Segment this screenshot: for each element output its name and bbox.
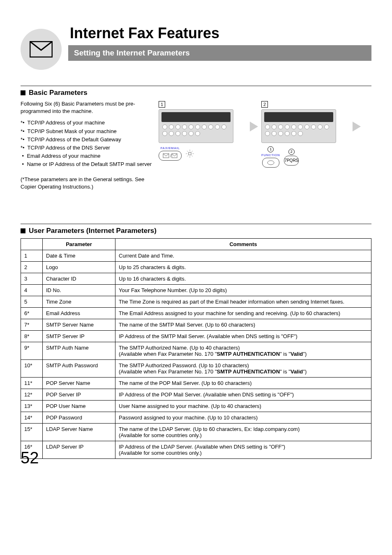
svg-line-10 bbox=[187, 151, 188, 152]
function-key-label: FUNCTION bbox=[261, 153, 280, 157]
svg-text:/: / bbox=[170, 154, 171, 158]
row-number: 3 bbox=[21, 273, 43, 284]
table-row: 16*LDAP Server IPIP Address of the LDAP … bbox=[21, 441, 371, 458]
blink-indicator-icon bbox=[186, 150, 194, 158]
row-parameter: Date & Time bbox=[43, 250, 115, 261]
row-parameter: SMTP Auth Name bbox=[43, 342, 115, 359]
row-comments: The SMTP Authorized Password. (Up to 10 … bbox=[115, 359, 371, 377]
table-row: 1Date & TimeCurrent Date and Time. bbox=[21, 250, 371, 261]
fax-email-key-label: FAX/EMAIL bbox=[160, 146, 180, 150]
col-header-comments: Comments bbox=[115, 238, 371, 250]
table-row: 10*SMTP Auth PasswordThe SMTP Authorized… bbox=[21, 359, 371, 377]
row-number: 10* bbox=[21, 359, 43, 377]
row-parameter: POP Server Name bbox=[43, 377, 115, 389]
row-number: 6* bbox=[21, 307, 43, 319]
basic-param-item: *• TCP/IP Address of your machine bbox=[21, 119, 152, 127]
row-comments: IP Address of the POP Mail Server. (Avai… bbox=[115, 389, 371, 400]
row-comments: The SMTP Authorized Name. (Up to 40 char… bbox=[115, 342, 371, 359]
table-row: 12*POP Server IPIP Address of the POP Ma… bbox=[21, 389, 371, 400]
circled-1: 1 bbox=[267, 146, 274, 152]
table-row: 14*POP PasswordPassword assigned to your… bbox=[21, 412, 371, 423]
table-row: 13*POP User NameUser Name assigned to yo… bbox=[21, 400, 371, 412]
table-row: 7*SMTP Server NameThe name of the SMTP M… bbox=[21, 319, 371, 330]
row-parameter: SMTP Auth Password bbox=[43, 359, 115, 377]
row-number: 5 bbox=[21, 296, 43, 307]
basic-param-item: *• TCP/IP Address of the DNS Server bbox=[21, 144, 152, 152]
row-number: 15* bbox=[21, 423, 43, 441]
row-comments: IP Address of the LDAP Server. (Availabl… bbox=[115, 441, 371, 458]
row-comments: Up to 25 characters & digits. bbox=[115, 261, 371, 273]
control-panel-illustration-2 bbox=[261, 109, 336, 143]
table-row: 8*SMTP Server IPIP Address of the SMTP M… bbox=[21, 330, 371, 342]
svg-rect-14 bbox=[189, 152, 191, 154]
page-subtitle: Setting the Internet Parameters bbox=[68, 45, 371, 61]
row-number: 13* bbox=[21, 400, 43, 412]
table-row: 15*LDAP Server NameThe name of the LDAP … bbox=[21, 423, 371, 441]
user-parameters-table: Parameter Comments 1Date & TimeCurrent D… bbox=[21, 238, 371, 459]
table-row: 9*SMTP Auth NameThe SMTP Authorized Name… bbox=[21, 342, 371, 359]
basic-param-item: *• TCP/IP Subnet Mask of your machine bbox=[21, 128, 152, 135]
row-parameter: Character ID bbox=[43, 273, 115, 284]
row-parameter: POP User Name bbox=[43, 400, 115, 412]
svg-line-3 bbox=[166, 154, 169, 156]
row-parameter: SMTP Server IP bbox=[43, 330, 115, 342]
arrow-right-icon bbox=[353, 122, 361, 131]
circled-2: 2 bbox=[288, 149, 295, 155]
basic-param-item: • Name or IP Address of the Default SMTP… bbox=[21, 161, 152, 168]
basic-param-item: • Email Address of your machine bbox=[21, 152, 152, 160]
row-parameter: ID No. bbox=[43, 284, 115, 296]
step-1-number: 1 bbox=[159, 101, 165, 108]
table-row: 11*POP Server NameThe name of the POP Ma… bbox=[21, 377, 371, 389]
table-row: 6*Email AddressThe Email Address assigne… bbox=[21, 307, 371, 319]
page-number: 52 bbox=[21, 449, 39, 467]
row-parameter: LDAP Server Name bbox=[43, 423, 115, 441]
row-number: 9* bbox=[21, 342, 43, 359]
row-number: 2 bbox=[21, 261, 43, 273]
row-number: 4 bbox=[21, 284, 43, 296]
svg-point-15 bbox=[267, 161, 274, 165]
basic-params-intro: Following Six (6) Basic Parameters must … bbox=[21, 100, 152, 115]
basic-params-note: (*These parameters are in the General se… bbox=[21, 176, 152, 191]
row-comments: Up to 16 characters & digits. bbox=[115, 273, 371, 284]
arrow-right-icon bbox=[250, 122, 258, 131]
row-parameter: Time Zone bbox=[43, 296, 115, 307]
mail-icon bbox=[21, 29, 62, 70]
row-parameter: LDAP Server IP bbox=[43, 441, 115, 458]
function-button[interactable] bbox=[262, 158, 279, 168]
page-title: Internet Fax Features bbox=[70, 25, 371, 42]
key-7-label: 7PQRS bbox=[284, 157, 298, 165]
row-comments: Your Fax Telephone Number. (Up to 20 dig… bbox=[115, 284, 371, 296]
section-user-params-title: User Parameters (Internet Parameters) bbox=[29, 227, 157, 235]
row-number: 14* bbox=[21, 412, 43, 423]
row-parameter: POP Password bbox=[43, 412, 115, 423]
row-comments: The name of the LDAP Server. (Up to 60 c… bbox=[115, 423, 371, 441]
svg-line-13 bbox=[192, 151, 193, 152]
row-comments: Password assigned to your machine. (Up t… bbox=[115, 412, 371, 423]
row-comments: The name of the SMTP Mail Server. (Up to… bbox=[115, 319, 371, 330]
row-number: 8* bbox=[21, 330, 43, 342]
col-header-blank bbox=[21, 238, 43, 250]
svg-line-2 bbox=[163, 154, 166, 156]
square-bullet-icon bbox=[21, 228, 25, 233]
table-row: 4ID No.Your Fax Telephone Number. (Up to… bbox=[21, 284, 371, 296]
table-row: 5Time ZoneThe Time Zone is required as p… bbox=[21, 296, 371, 307]
table-row: 3Character IDUp to 16 characters & digit… bbox=[21, 273, 371, 284]
svg-line-11 bbox=[192, 155, 193, 156]
row-comments: User Name assigned to your machine. (Up … bbox=[115, 400, 371, 412]
control-panel-illustration-1 bbox=[159, 109, 233, 143]
row-number: 12* bbox=[21, 389, 43, 400]
row-number: 11* bbox=[21, 377, 43, 389]
row-comments: IP Address of the SMTP Mail Server. (Ava… bbox=[115, 330, 371, 342]
row-number: 7* bbox=[21, 319, 43, 330]
fax-email-button[interactable]: / bbox=[159, 151, 182, 161]
key-7-button[interactable]: 7PQRS bbox=[284, 156, 299, 166]
row-parameter: Logo bbox=[43, 261, 115, 273]
row-parameter: SMTP Server Name bbox=[43, 319, 115, 330]
section-basic-params-title: Basic Parameters bbox=[29, 89, 88, 97]
col-header-parameter: Parameter bbox=[43, 238, 115, 250]
row-comments: Current Date and Time. bbox=[115, 250, 371, 261]
row-comments: The name of the POP Mail Server. (Up to … bbox=[115, 377, 371, 389]
row-parameter: Email Address bbox=[43, 307, 115, 319]
step-2-number: 2 bbox=[261, 101, 268, 108]
row-number: 1 bbox=[21, 250, 43, 261]
